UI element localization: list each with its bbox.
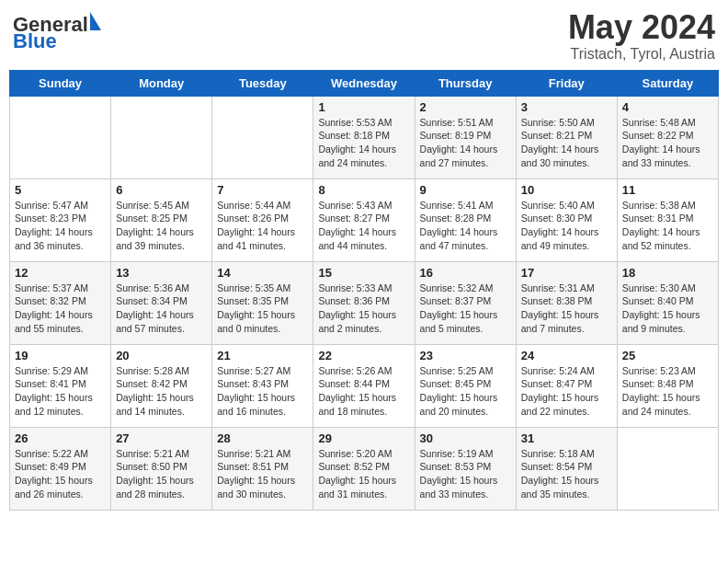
- day-number: 17: [521, 266, 612, 280]
- day-info: Sunrise: 5:27 AMSunset: 8:43 PMDaylight:…: [217, 364, 308, 419]
- day-number: 30: [420, 431, 511, 445]
- day-info: Sunrise: 5:22 AMSunset: 8:49 PMDaylight:…: [15, 447, 106, 501]
- calendar-cell: 9Sunrise: 5:41 AMSunset: 8:28 PMDaylight…: [415, 178, 516, 261]
- calendar-cell: 20Sunrise: 5:28 AMSunset: 8:42 PMDayligh…: [111, 344, 212, 427]
- title-area: May 2024 Tristach, Tyrol, Austria: [568, 9, 715, 63]
- day-number: 26: [15, 431, 106, 445]
- month-title: May 2024: [568, 9, 715, 46]
- calendar-week-row: 19Sunrise: 5:29 AMSunset: 8:41 PMDayligh…: [10, 344, 719, 427]
- calendar-cell: 23Sunrise: 5:25 AMSunset: 8:45 PMDayligh…: [415, 344, 516, 427]
- day-info: Sunrise: 5:43 AMSunset: 8:27 PMDaylight:…: [318, 199, 409, 253]
- day-number: 1: [318, 100, 409, 114]
- weekday-header-monday: Monday: [111, 70, 212, 96]
- day-number: 15: [318, 266, 409, 280]
- logo-blue-text: Blue: [13, 31, 57, 52]
- calendar-cell: 26Sunrise: 5:22 AMSunset: 8:49 PMDayligh…: [10, 427, 111, 510]
- day-info: Sunrise: 5:21 AMSunset: 8:50 PMDaylight:…: [116, 447, 207, 501]
- calendar-week-row: 1Sunrise: 5:53 AMSunset: 8:18 PMDaylight…: [10, 96, 719, 178]
- day-number: 27: [116, 431, 207, 445]
- day-info: Sunrise: 5:47 AMSunset: 8:23 PMDaylight:…: [15, 199, 106, 253]
- weekday-header-saturday: Saturday: [617, 70, 718, 96]
- day-info: Sunrise: 5:30 AMSunset: 8:40 PMDaylight:…: [622, 282, 713, 336]
- calendar-cell: 13Sunrise: 5:36 AMSunset: 8:34 PMDayligh…: [111, 261, 212, 344]
- day-number: 8: [318, 183, 409, 197]
- day-number: 11: [622, 183, 713, 197]
- calendar-cell: 1Sunrise: 5:53 AMSunset: 8:18 PMDaylight…: [313, 96, 415, 178]
- calendar-cell: [617, 427, 718, 510]
- weekday-header-tuesday: Tuesday: [212, 70, 313, 96]
- calendar-cell: 14Sunrise: 5:35 AMSunset: 8:35 PMDayligh…: [212, 261, 313, 344]
- day-info: Sunrise: 5:20 AMSunset: 8:52 PMDaylight:…: [318, 447, 409, 501]
- header: General Blue May 2024 Tristach, Tyrol, A…: [9, 9, 719, 63]
- day-number: 18: [622, 266, 713, 280]
- calendar-table: SundayMondayTuesdayWednesdayThursdayFrid…: [9, 70, 719, 511]
- calendar-cell: 2Sunrise: 5:51 AMSunset: 8:19 PMDaylight…: [415, 96, 516, 178]
- day-number: 9: [420, 183, 511, 197]
- calendar-cell: 12Sunrise: 5:37 AMSunset: 8:32 PMDayligh…: [10, 261, 111, 344]
- calendar-cell: [111, 96, 212, 178]
- day-number: 31: [521, 431, 612, 445]
- calendar-cell: 31Sunrise: 5:18 AMSunset: 8:54 PMDayligh…: [516, 427, 617, 510]
- day-info: Sunrise: 5:29 AMSunset: 8:41 PMDaylight:…: [15, 364, 106, 419]
- location-title: Tristach, Tyrol, Austria: [568, 46, 715, 63]
- calendar-cell: 22Sunrise: 5:26 AMSunset: 8:44 PMDayligh…: [313, 344, 415, 427]
- day-info: Sunrise: 5:51 AMSunset: 8:19 PMDaylight:…: [420, 116, 511, 170]
- day-info: Sunrise: 5:44 AMSunset: 8:26 PMDaylight:…: [217, 199, 308, 253]
- calendar-cell: 27Sunrise: 5:21 AMSunset: 8:50 PMDayligh…: [111, 427, 212, 510]
- calendar-cell: 24Sunrise: 5:24 AMSunset: 8:47 PMDayligh…: [516, 344, 617, 427]
- day-info: Sunrise: 5:28 AMSunset: 8:42 PMDaylight:…: [116, 364, 207, 419]
- day-info: Sunrise: 5:45 AMSunset: 8:25 PMDaylight:…: [116, 199, 207, 253]
- day-info: Sunrise: 5:35 AMSunset: 8:35 PMDaylight:…: [217, 282, 308, 336]
- day-info: Sunrise: 5:53 AMSunset: 8:18 PMDaylight:…: [318, 116, 409, 170]
- weekday-header-wednesday: Wednesday: [313, 70, 415, 96]
- calendar-cell: [212, 96, 313, 178]
- day-info: Sunrise: 5:33 AMSunset: 8:36 PMDaylight:…: [318, 282, 409, 336]
- day-info: Sunrise: 5:32 AMSunset: 8:37 PMDaylight:…: [420, 282, 511, 336]
- day-number: 29: [318, 431, 409, 445]
- calendar-cell: 8Sunrise: 5:43 AMSunset: 8:27 PMDaylight…: [313, 178, 415, 261]
- day-number: 19: [15, 349, 106, 362]
- calendar-cell: 3Sunrise: 5:50 AMSunset: 8:21 PMDaylight…: [516, 96, 617, 178]
- calendar-week-row: 5Sunrise: 5:47 AMSunset: 8:23 PMDaylight…: [10, 178, 719, 261]
- calendar-cell: 16Sunrise: 5:32 AMSunset: 8:37 PMDayligh…: [415, 261, 516, 344]
- day-info: Sunrise: 5:21 AMSunset: 8:51 PMDaylight:…: [217, 447, 308, 501]
- day-number: 12: [15, 266, 106, 280]
- calendar-cell: 17Sunrise: 5:31 AMSunset: 8:38 PMDayligh…: [516, 261, 617, 344]
- day-info: Sunrise: 5:31 AMSunset: 8:38 PMDaylight:…: [521, 282, 612, 336]
- calendar-cell: 18Sunrise: 5:30 AMSunset: 8:40 PMDayligh…: [617, 261, 718, 344]
- weekday-header-thursday: Thursday: [415, 70, 516, 96]
- day-number: 13: [116, 266, 207, 280]
- day-info: Sunrise: 5:37 AMSunset: 8:32 PMDaylight:…: [15, 282, 106, 336]
- day-info: Sunrise: 5:25 AMSunset: 8:45 PMDaylight:…: [420, 364, 511, 419]
- day-number: 24: [521, 349, 612, 362]
- day-number: 16: [420, 266, 511, 280]
- day-info: Sunrise: 5:50 AMSunset: 8:21 PMDaylight:…: [521, 116, 612, 170]
- calendar-cell: 6Sunrise: 5:45 AMSunset: 8:25 PMDaylight…: [111, 178, 212, 261]
- calendar-week-row: 26Sunrise: 5:22 AMSunset: 8:49 PMDayligh…: [10, 427, 719, 510]
- calendar-cell: 25Sunrise: 5:23 AMSunset: 8:48 PMDayligh…: [617, 344, 718, 427]
- day-info: Sunrise: 5:26 AMSunset: 8:44 PMDaylight:…: [318, 364, 409, 419]
- day-number: 7: [217, 183, 308, 197]
- day-info: Sunrise: 5:23 AMSunset: 8:48 PMDaylight:…: [622, 364, 713, 419]
- calendar-cell: 10Sunrise: 5:40 AMSunset: 8:30 PMDayligh…: [516, 178, 617, 261]
- day-info: Sunrise: 5:41 AMSunset: 8:28 PMDaylight:…: [420, 199, 511, 253]
- calendar-cell: 28Sunrise: 5:21 AMSunset: 8:51 PMDayligh…: [212, 427, 313, 510]
- weekday-header-sunday: Sunday: [10, 70, 111, 96]
- day-number: 10: [521, 183, 612, 197]
- calendar-cell: 11Sunrise: 5:38 AMSunset: 8:31 PMDayligh…: [617, 178, 718, 261]
- day-number: 21: [217, 349, 308, 362]
- calendar-cell: 21Sunrise: 5:27 AMSunset: 8:43 PMDayligh…: [212, 344, 313, 427]
- day-number: 22: [318, 349, 409, 362]
- day-number: 4: [622, 100, 713, 114]
- day-info: Sunrise: 5:48 AMSunset: 8:22 PMDaylight:…: [622, 116, 713, 170]
- calendar-cell: 4Sunrise: 5:48 AMSunset: 8:22 PMDaylight…: [617, 96, 718, 178]
- day-info: Sunrise: 5:36 AMSunset: 8:34 PMDaylight:…: [116, 282, 207, 336]
- day-number: 2: [420, 100, 511, 114]
- calendar-cell: [10, 96, 111, 178]
- calendar-week-row: 12Sunrise: 5:37 AMSunset: 8:32 PMDayligh…: [10, 261, 719, 344]
- calendar-cell: 19Sunrise: 5:29 AMSunset: 8:41 PMDayligh…: [10, 344, 111, 427]
- calendar-cell: 30Sunrise: 5:19 AMSunset: 8:53 PMDayligh…: [415, 427, 516, 510]
- day-number: 25: [622, 349, 713, 362]
- day-info: Sunrise: 5:38 AMSunset: 8:31 PMDaylight:…: [622, 199, 713, 253]
- day-number: 5: [15, 183, 106, 197]
